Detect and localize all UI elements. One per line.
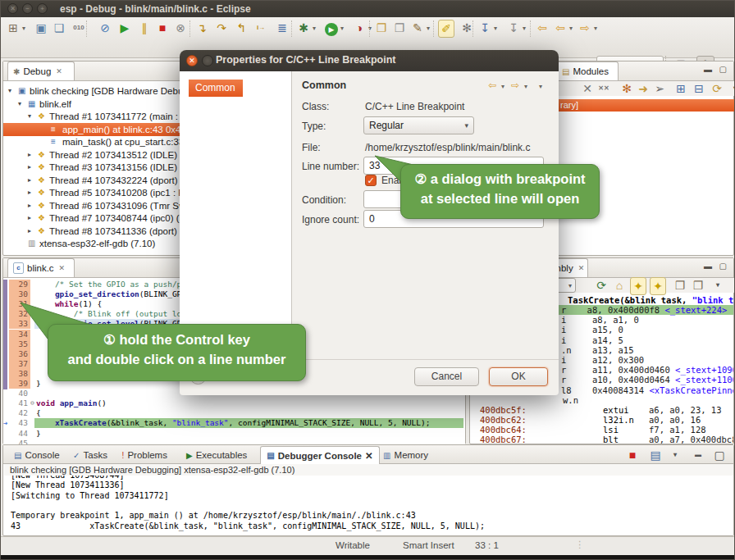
step-filters-icon[interactable]: ≣ (275, 20, 290, 36)
forward-icon[interactable]: ⇨ (511, 80, 519, 91)
line-number[interactable]: 32 (9, 309, 30, 319)
debug-tree-row[interactable]: ▾▦blink.elf (3, 98, 187, 111)
chevron-down-icon[interactable]: ▾ (427, 25, 430, 32)
line-number[interactable]: 45 (9, 439, 30, 444)
close-icon[interactable]: ✕ (56, 67, 62, 75)
tab-memory[interactable]: ▥Memory (377, 446, 434, 464)
minimize-icon[interactable]: ▬ (691, 447, 705, 463)
cancel-button[interactable]: Cancel (414, 367, 479, 386)
chevron-down-icon[interactable]: ▾ (523, 25, 526, 32)
close-icon[interactable]: ✕ (365, 450, 373, 462)
forward-icon[interactable]: ⇨ (578, 20, 592, 36)
ok-button[interactable]: OK (489, 367, 548, 386)
tab-modules[interactable]: ▤ Modules (556, 61, 619, 80)
debug-tree-row[interactable]: ≡main_task() at cpu_start.c:339 0x4 (3, 135, 187, 148)
close-icon[interactable]: ✕ (59, 264, 66, 272)
line-number[interactable]: 34 (9, 330, 30, 339)
debug-tree-row[interactable]: ▥xtensa-esp32-elf-gdb (7.10) (3, 237, 187, 250)
debug-tree-row[interactable]: ▸❖Thread #4 1073432224 (dport) (Sus (3, 174, 187, 187)
run-icon[interactable]: ▶ (324, 20, 339, 36)
binary-icon[interactable]: 010 (71, 20, 86, 36)
tree-expand-icon[interactable]: ▸ (28, 148, 31, 162)
line-number[interactable]: 43 (9, 418, 30, 428)
pencil-icon[interactable]: ✎ (410, 20, 425, 36)
fetch-down-icon[interactable]: ↧ (477, 20, 492, 36)
line-number[interactable]: 31 (9, 299, 30, 309)
debug-tree-row[interactable]: ▸❖Thread #7 1073408744 (ipc0) (Susp (3, 212, 187, 225)
tree-expand-icon[interactable]: ▸ (28, 161, 31, 174)
suspend-icon[interactable]: ∥ (137, 20, 152, 36)
terminate-console-icon[interactable]: ■ (625, 447, 640, 463)
terminate-icon[interactable]: ■ (155, 20, 170, 36)
chevron-down-icon[interactable]: ▾ (501, 83, 504, 90)
tab-debug[interactable]: ✱ Debug ✕ (7, 61, 75, 80)
debug-tree-row[interactable]: ▸❖Thread #2 1073413512 (IDLE) (Susp (3, 148, 187, 162)
tree-expand-icon[interactable]: ▾ (28, 110, 31, 123)
skip-breakpoints-icon[interactable]: ⊘ (98, 20, 112, 36)
window-close-icon[interactable]: ✕ (7, 3, 18, 14)
line-number[interactable]: 29 (9, 280, 30, 289)
import-folder-icon[interactable]: ❐ (392, 20, 407, 36)
window-maximize-icon[interactable]: + (37, 3, 48, 14)
expand-all-icon[interactable]: ⊞ (673, 80, 688, 97)
select-pointer-icon[interactable]: ➢ (652, 80, 667, 97)
debug-tree-row[interactable]: ▸❖Thread #8 1073411336 (dport) (Sus (3, 225, 187, 238)
settings-icon[interactable]: ✻ (619, 80, 634, 97)
fold-toggle-icon[interactable]: ⊖ (30, 398, 34, 408)
tree-expand-icon[interactable]: ▸ (28, 174, 31, 187)
remove-icon[interactable]: ✕ (580, 80, 595, 97)
console-menu-icon[interactable]: ▾ (668, 447, 682, 463)
debug-tree-row[interactable]: ▾▣blink checking [GDB Hardware Debug (3, 84, 187, 98)
step-into-icon[interactable]: ↴ (194, 20, 209, 36)
resume-icon[interactable]: ▶ (117, 20, 132, 36)
line-number[interactable]: 38 (9, 369, 30, 379)
maximize-icon[interactable]: ▢ (719, 65, 727, 74)
line-number[interactable]: 42 (9, 408, 30, 418)
tree-expand-icon[interactable]: ▾ (18, 98, 21, 111)
save-icon[interactable]: ▣ (34, 20, 48, 36)
tab-console[interactable]: ▤Console (8, 446, 66, 464)
tree-expand-icon[interactable]: ▸ (28, 225, 31, 238)
dialog-titlebar[interactable]: ✕ Properties for C/C++ Line Breakpoint (180, 50, 559, 71)
tab-tasks[interactable]: ✓Tasks (67, 446, 113, 464)
step-over-icon[interactable]: ↷ (214, 20, 229, 36)
line-number[interactable]: 36 (9, 349, 30, 359)
debug-tree-row[interactable]: ▾❖Thread #1 1073411772 (main : Runn (3, 110, 187, 123)
collapse-all-icon[interactable]: ⊟ (692, 80, 706, 97)
dialog-close-icon[interactable]: ✕ (186, 55, 198, 66)
debug-tree-row[interactable]: ▸❖Thread #3 1073413156 (IDLE) (Susp (3, 161, 187, 174)
minimize-icon[interactable]: ▬ (704, 65, 712, 74)
window-minimize-icon[interactable]: − (22, 3, 33, 14)
display-selected-console-icon[interactable]: ▤ (648, 447, 663, 463)
chevron-down-icon[interactable]: ▾ (494, 25, 497, 32)
tab-executables[interactable]: ▶Executables (180, 446, 253, 464)
debug-tree-row[interactable]: ▸❖Thread #5 1073410208 (ipc1 : Runni (3, 186, 187, 199)
line-number[interactable]: 41 (9, 398, 30, 408)
tree-expand-icon[interactable]: ▸ (28, 199, 31, 212)
tab-blink-c[interactable]: c blink.c ✕ (7, 258, 75, 277)
open-folder-icon[interactable]: ❐ (374, 20, 389, 36)
type-dropdown[interactable]: Regular ▾ (363, 116, 474, 134)
tab-debugger-console[interactable]: ▤Debugger Console✕ (260, 446, 379, 464)
chevron-down-icon[interactable]: ▾ (524, 83, 527, 90)
step-return-icon[interactable]: ↰ (234, 20, 249, 36)
disconnect-icon[interactable]: ⊗ (173, 20, 188, 36)
chevron-down-icon[interactable]: ▾ (569, 25, 573, 32)
line-number[interactable]: 37 (9, 359, 30, 369)
view-menu-icon[interactable]: ▾ (728, 80, 735, 97)
tree-expand-icon[interactable]: ▾ (8, 84, 11, 98)
new-wizard-icon[interactable]: ⊞ (6, 20, 21, 36)
line-number[interactable]: 44 (9, 429, 30, 439)
chevron-down-icon[interactable]: ▾ (340, 25, 344, 32)
goto-address-icon[interactable]: ➜ (636, 80, 651, 97)
remove-all-icon[interactable]: ✕✕ (596, 80, 611, 97)
stack-frame-row[interactable]: ≡app_main() at blink.c:43 0x400db (3, 123, 187, 136)
tree-expand-icon[interactable]: ▸ (28, 212, 31, 225)
tree-expand-icon[interactable]: ▸ (28, 186, 31, 199)
last-edit-location-icon[interactable]: ⇦ (535, 20, 550, 36)
instruction-stepping-icon[interactable]: i→ (253, 20, 268, 36)
line-number[interactable]: 30 (9, 289, 30, 299)
sidebar-item-common[interactable]: Common (189, 80, 243, 97)
enabled-checkbox[interactable]: ✓ (365, 175, 377, 186)
highlighter-icon[interactable]: ✐ (438, 20, 454, 38)
